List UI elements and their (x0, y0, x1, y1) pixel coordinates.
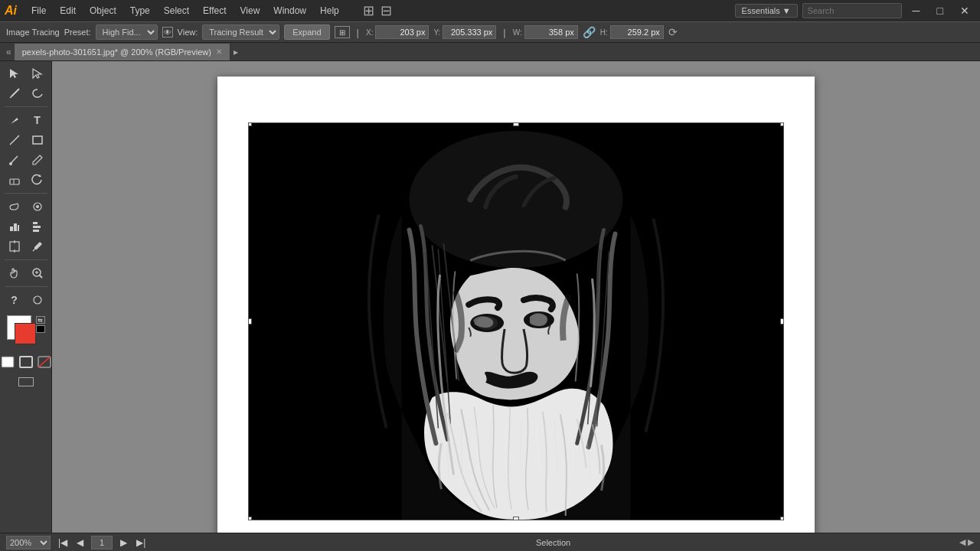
canvas-area[interactable] (52, 61, 980, 533)
stroke-icon[interactable] (18, 355, 34, 369)
view-label: View: (178, 28, 198, 37)
rotate-tool[interactable] (27, 171, 48, 189)
screen-mode-icon[interactable] (18, 375, 34, 389)
symbol-tool[interactable] (27, 197, 48, 216)
svg-rect-5 (10, 179, 19, 184)
menu-select[interactable]: Select (158, 4, 194, 18)
transform-icon[interactable]: ⟳ (668, 26, 678, 38)
column-graph-tool[interactable] (4, 217, 25, 236)
x-coord-group: X: (366, 25, 429, 39)
x-label: X: (366, 28, 373, 37)
document-tab[interactable]: pexels-photo-301651.jpg* @ 200% (RGB/Pre… (15, 44, 230, 60)
edit-document[interactable] (27, 291, 48, 309)
panel-toggle-icon[interactable]: « (3, 47, 15, 57)
fill-icon[interactable] (0, 355, 15, 369)
y-input[interactable] (443, 25, 496, 39)
w-input[interactable] (524, 25, 578, 39)
svg-rect-13 (33, 222, 38, 224)
expand-button[interactable]: Expand (284, 24, 329, 40)
essentials-button[interactable]: Essentials ▼ (735, 4, 798, 18)
handle-ml[interactable] (248, 318, 252, 324)
svg-point-31 (410, 131, 623, 268)
svg-line-0 (11, 89, 19, 96)
svg-point-4 (9, 162, 12, 165)
traced-image[interactable] (248, 122, 784, 520)
page-input[interactable] (91, 536, 113, 549)
swap-colors-icon[interactable]: ⇆ (36, 316, 45, 324)
svg-line-2 (10, 135, 19, 145)
lasso-tool[interactable] (27, 84, 48, 103)
canvas-background (52, 61, 980, 533)
menu-edit[interactable]: Edit (54, 4, 81, 18)
h-input[interactable] (610, 25, 664, 39)
tab-close-button[interactable]: ✕ (216, 47, 222, 56)
line-tool[interactable] (4, 131, 25, 149)
menu-help[interactable]: Help (315, 4, 345, 18)
menu-type[interactable]: Type (125, 4, 155, 18)
nav-next[interactable]: ▶ (119, 537, 129, 548)
handle-bl[interactable] (248, 517, 252, 520)
align-icon[interactable]: ⊞ (335, 26, 350, 38)
menu-file[interactable]: File (26, 4, 51, 18)
eraser-tool[interactable] (4, 171, 25, 189)
close-button[interactable]: ✕ (954, 5, 975, 17)
rect-tool[interactable] (27, 131, 48, 149)
search-input[interactable] (802, 3, 902, 18)
svg-line-1 (10, 96, 11, 98)
help-button[interactable]: ? (4, 291, 25, 309)
warp-tool[interactable] (4, 197, 25, 216)
x-input[interactable] (375, 25, 429, 39)
svg-rect-29 (18, 377, 33, 386)
pencil-tool[interactable] (27, 151, 48, 169)
handle-tl[interactable] (248, 122, 252, 126)
brush-tools (4, 151, 48, 169)
menu-view[interactable]: View (235, 4, 266, 18)
handle-tr[interactable] (780, 122, 784, 126)
zoom-select[interactable]: 200% 100% 150% (6, 536, 51, 549)
status-resize[interactable]: ◀ ▶ (959, 537, 974, 547)
svg-rect-14 (33, 226, 41, 228)
artboard-tool[interactable] (4, 237, 25, 256)
none-icon[interactable] (37, 355, 52, 369)
handle-tm[interactable] (513, 122, 519, 126)
workspace-icon[interactable]: ⊞ (363, 2, 374, 19)
preview-icon[interactable]: 👁 (162, 27, 173, 37)
preset-label: Preset: (64, 28, 91, 37)
pen-tool[interactable] (4, 111, 25, 129)
maximize-button[interactable]: □ (931, 5, 949, 17)
minimize-button[interactable]: ─ (906, 5, 926, 17)
nav-prev[interactable]: ◀ (75, 537, 85, 548)
svg-rect-25 (2, 357, 14, 367)
menu-object[interactable]: Object (84, 4, 122, 18)
graph-tools (4, 217, 48, 236)
selection-tool[interactable] (4, 64, 25, 83)
tab-scroll-right[interactable]: ▸ (234, 47, 238, 57)
handle-bm[interactable] (513, 517, 519, 520)
direct-select-tool[interactable] (27, 64, 48, 83)
nav-first[interactable]: |◀ (57, 537, 69, 548)
shape-tools (4, 131, 48, 149)
bottom-icons (0, 355, 52, 389)
bar-graph-tool[interactable] (27, 217, 48, 236)
handle-br[interactable] (780, 517, 784, 520)
stroke-swatch[interactable] (15, 323, 36, 344)
magic-wand-tool[interactable] (4, 84, 25, 103)
hand-tool[interactable] (4, 264, 25, 282)
link-icon[interactable]: 🔗 (583, 26, 596, 38)
handle-mr[interactable] (780, 318, 784, 324)
arrange-icon[interactable]: ⊟ (381, 2, 392, 19)
eyedropper-tool[interactable] (27, 237, 48, 256)
view-select[interactable]: Tracing Result (202, 24, 279, 40)
w-label: W: (513, 28, 522, 37)
nav-last[interactable]: ▶| (135, 537, 147, 548)
paintbrush-tool[interactable] (4, 151, 25, 169)
color-swatch[interactable]: ⇆ (7, 315, 45, 346)
menu-effect[interactable]: Effect (198, 4, 231, 18)
h-coord-group: H: (600, 25, 664, 39)
default-colors-icon[interactable] (36, 325, 45, 333)
trace-toolbar: Image Tracing Preset: High Fid... 👁 View… (0, 21, 980, 43)
preset-select[interactable]: High Fid... (96, 24, 158, 40)
type-tool[interactable]: T (27, 111, 48, 129)
zoom-tool[interactable] (27, 264, 48, 282)
menu-window[interactable]: Window (268, 4, 312, 18)
